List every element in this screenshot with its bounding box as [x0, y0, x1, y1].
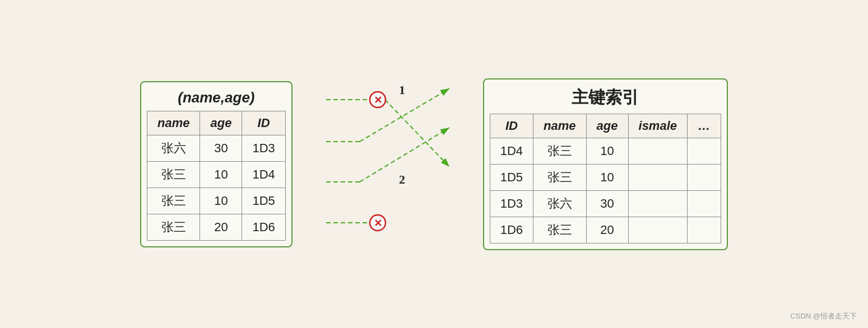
- arrow-area: 1 2 ✕ ✕: [326, 58, 449, 270]
- right-r1-age: 10: [586, 138, 628, 164]
- right-r1-id: 1D4: [490, 138, 533, 164]
- right-table-header-row: ID name age ismale …: [490, 114, 721, 138]
- right-col-age: age: [586, 114, 628, 138]
- right-r4-name: 张三: [533, 217, 586, 243]
- left-r1-age: 30: [200, 135, 242, 161]
- right-r3-id: 1D3: [490, 190, 533, 217]
- right-r1-ismale: [628, 138, 688, 164]
- left-row-4: 张三 20 1D6: [147, 214, 285, 240]
- right-row-2: 1D5 张三 10: [490, 164, 721, 190]
- right-r1-name: 张三: [533, 138, 586, 164]
- right-r2-age: 10: [586, 164, 628, 190]
- left-r2-id: 1D4: [242, 161, 285, 188]
- watermark: CSDN @恒者走天下: [790, 311, 857, 321]
- svg-text:1: 1: [399, 83, 405, 97]
- left-r4-name: 张三: [147, 214, 199, 240]
- right-row-1: 1D4 张三 10: [490, 138, 721, 164]
- right-table-box: 主键索引 ID name age ismale … 1D4 张三 10: [483, 78, 728, 250]
- right-col-id: ID: [490, 114, 533, 138]
- right-r3-ismale: [628, 190, 688, 217]
- right-col-ismale: ismale: [628, 114, 688, 138]
- right-table-title: 主键索引: [490, 86, 721, 109]
- right-row-3: 1D3 张六 30: [490, 190, 721, 217]
- svg-text:✕: ✕: [373, 218, 382, 229]
- left-r4-id: 1D6: [242, 214, 285, 240]
- right-col-more: …: [688, 114, 721, 138]
- left-r3-age: 10: [200, 188, 242, 214]
- right-r1-more: [688, 138, 721, 164]
- right-r4-more: [688, 217, 721, 243]
- left-r3-name: 张三: [147, 188, 199, 214]
- right-r3-more: [688, 190, 721, 217]
- right-table: ID name age ismale … 1D4 张三 10 1D5 张三: [490, 114, 721, 243]
- right-r2-name: 张三: [533, 164, 586, 190]
- left-r2-name: 张三: [147, 161, 199, 188]
- left-col-name: name: [147, 111, 199, 135]
- left-table: name age ID 张六 30 1D3 张三 10 1D4 张三: [147, 111, 286, 241]
- right-row-4: 1D6 张三 20: [490, 217, 721, 243]
- left-row-1: 张六 30 1D3: [147, 135, 285, 161]
- left-r2-age: 10: [200, 161, 242, 188]
- left-col-id: ID: [242, 111, 285, 135]
- svg-line-1: [385, 100, 449, 167]
- right-r3-age: 30: [586, 190, 628, 217]
- right-r4-age: 20: [586, 217, 628, 243]
- main-container: (name,age) name age ID 张六 30 1D3 张三 10: [140, 58, 728, 270]
- left-r4-age: 20: [200, 214, 242, 240]
- right-r4-ismale: [628, 217, 688, 243]
- left-table-title: (name,age): [147, 89, 286, 106]
- svg-text:2: 2: [399, 172, 405, 186]
- right-r4-id: 1D6: [490, 217, 533, 243]
- right-r3-name: 张六: [533, 190, 586, 217]
- right-r2-ismale: [628, 164, 688, 190]
- svg-text:✕: ✕: [373, 95, 382, 106]
- right-r2-id: 1D5: [490, 164, 533, 190]
- arrows-svg: 1 2 ✕ ✕: [326, 58, 449, 270]
- left-r1-id: 1D3: [242, 135, 285, 161]
- left-table-box: (name,age) name age ID 张六 30 1D3 张三 10: [140, 81, 293, 247]
- left-table-header-row: name age ID: [147, 111, 285, 135]
- right-r2-more: [688, 164, 721, 190]
- left-col-age: age: [200, 111, 242, 135]
- right-col-name: name: [533, 114, 586, 138]
- left-row-2: 张三 10 1D4: [147, 161, 285, 188]
- left-r3-id: 1D5: [242, 188, 285, 214]
- left-r1-name: 张六: [147, 135, 199, 161]
- left-row-3: 张三 10 1D5: [147, 188, 285, 214]
